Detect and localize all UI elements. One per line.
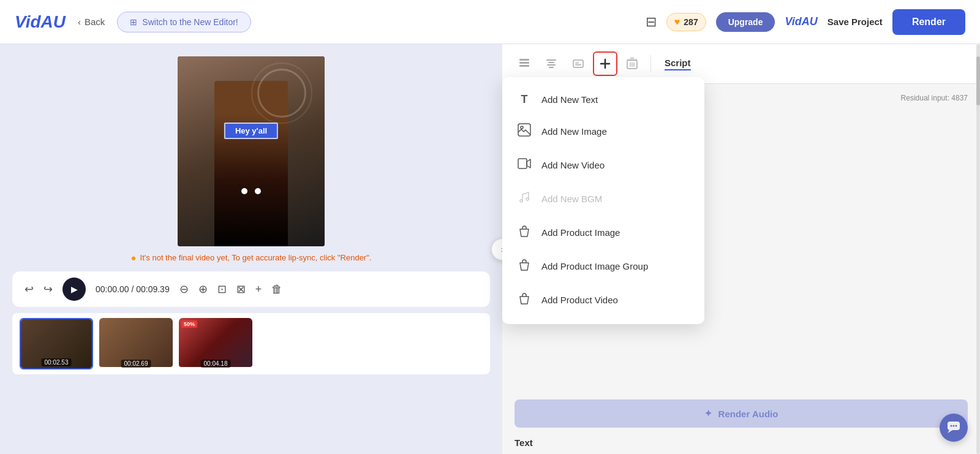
video-icon	[517, 157, 532, 173]
render-audio-label: Render Audio	[718, 409, 778, 419]
delete-clip-button[interactable]: 🗑	[271, 283, 282, 296]
switch-label: Switch to the New Editor!	[142, 17, 238, 27]
product-video-bag-icon	[517, 292, 532, 308]
menu-item-add-product-video[interactable]: Add Product Video	[502, 283, 704, 317]
timeline-track: 00:02.53 00:02.69 50% 00:04.18	[12, 313, 490, 374]
switch-icon: ⊞	[130, 17, 137, 27]
switch-editor-button[interactable]: ⊞ Switch to the New Editor!	[117, 12, 251, 32]
menu-label-add-bgm: Add New BGM	[541, 194, 602, 204]
split-button[interactable]: ⊠	[236, 282, 246, 296]
sparkle-icon: ✦	[704, 408, 712, 419]
layers-icon	[518, 58, 530, 70]
back-button[interactable]: ‹ Back	[78, 17, 105, 27]
image-icon	[517, 123, 532, 140]
add-element-button[interactable]	[593, 51, 617, 76]
product-bag-icon	[517, 224, 532, 241]
menu-label-add-video: Add New Video	[541, 160, 605, 170]
svg-point-21	[520, 200, 522, 202]
svg-point-25	[953, 425, 955, 427]
svg-rect-8	[575, 62, 579, 64]
svg-rect-7	[573, 60, 583, 67]
thumbnail-1[interactable]: 00:02.53	[20, 318, 93, 369]
align-button[interactable]	[539, 51, 564, 76]
svg-rect-1	[519, 65, 529, 67]
warning-text: It's not the final video yet, To get acc…	[140, 253, 372, 262]
heart-icon: ♥	[674, 17, 680, 28]
menu-label-add-product-image: Add Product Image	[541, 227, 620, 238]
svg-rect-2	[519, 59, 529, 61]
save-project-button[interactable]: Save Project	[827, 17, 883, 27]
time-separator: /	[131, 284, 136, 294]
menu-item-add-bgm: Add New BGM	[502, 182, 704, 216]
music-icon	[517, 191, 532, 207]
menu-item-add-video[interactable]: Add New Video	[502, 148, 704, 182]
render-audio-button[interactable]: ✦ Render Audio	[514, 399, 968, 428]
upgrade-button[interactable]: Upgrade	[716, 12, 775, 32]
script-residual: Residual input: 4837	[901, 94, 968, 102]
render-button[interactable]: Render	[892, 9, 965, 35]
menu-item-add-product-image[interactable]: Add Product Image	[502, 216, 704, 249]
menu-label-add-image: Add New Image	[541, 126, 607, 137]
total-time: 00:09.39	[136, 284, 170, 294]
svg-point-26	[956, 425, 957, 427]
warning-icon: ●	[131, 252, 137, 263]
svg-rect-20	[518, 159, 527, 168]
warning-message: ● It's not the final video yet, To get a…	[131, 252, 372, 263]
add-element-dropdown: T Add New Text Add New Image	[502, 77, 704, 324]
menu-item-add-image[interactable]: Add New Image	[502, 115, 704, 148]
svg-point-19	[521, 126, 523, 129]
main-area: Hey y'all ● It's not the final video yet…	[0, 44, 980, 454]
toolbar-divider	[650, 55, 651, 72]
chat-icon	[947, 421, 960, 434]
monitor-icon: ⊟	[646, 14, 657, 30]
svg-point-24	[951, 425, 952, 427]
svg-rect-4	[548, 62, 554, 63]
caption-icon	[572, 58, 584, 70]
caption-button[interactable]	[566, 51, 590, 76]
text-icon: T	[517, 93, 532, 106]
left-panel: Hey y'all ● It's not the final video yet…	[0, 44, 502, 454]
layers-button[interactable]	[512, 51, 537, 76]
vidau-logo-small: VidAU	[785, 15, 817, 28]
thumb-time-2: 00:02.69	[121, 360, 151, 368]
redo-button[interactable]: ↪	[43, 282, 53, 296]
add-clip-button[interactable]: +	[255, 283, 262, 296]
header-left: VidAU ‹ Back ⊞ Switch to the New Editor!	[15, 12, 251, 32]
back-chevron-icon: ‹	[78, 17, 81, 27]
menu-item-add-product-image-group[interactable]: Add Product Image Group	[502, 249, 704, 283]
svg-point-22	[526, 198, 529, 200]
right-scrollbar[interactable]	[976, 44, 980, 454]
chat-support-button[interactable]	[940, 414, 968, 442]
text-handle-right[interactable]	[255, 188, 261, 194]
render-audio-row: ✦ Render Audio	[502, 392, 980, 435]
svg-rect-0	[519, 62, 529, 64]
fit-button[interactable]: ⊡	[217, 282, 227, 296]
svg-rect-6	[549, 67, 554, 68]
right-panel: ›	[502, 44, 980, 454]
video-preview: Hey y'all	[178, 56, 325, 246]
text-section-label: Text	[502, 435, 980, 454]
zoom-out-button[interactable]: ⊖	[179, 282, 189, 296]
thumb-time-1: 00:02.53	[42, 358, 72, 366]
script-tab[interactable]: Script	[665, 58, 691, 70]
menu-item-add-text[interactable]: T Add New Text	[502, 85, 704, 115]
video-frame: Hey y'all	[178, 56, 325, 246]
svg-rect-5	[547, 64, 556, 66]
thumbnail-2[interactable]: 00:02.69	[99, 318, 173, 369]
back-label: Back	[85, 17, 105, 27]
delete-button[interactable]	[620, 51, 644, 76]
text-overlay[interactable]: Hey y'all	[224, 123, 278, 139]
menu-label-add-text: Add New Text	[541, 94, 598, 105]
timeline-controls: ↩ ↪ ▶ 00:00.00 / 00:09.39 ⊖ ⊕ ⊡ ⊠ + 🗑	[12, 271, 490, 307]
current-time: 00:00.00	[96, 284, 129, 294]
thumb-time-3: 00:04.18	[201, 360, 231, 368]
scrollbar-thumb[interactable]	[976, 56, 980, 105]
coins-badge: ♥ 287	[666, 13, 706, 31]
svg-rect-3	[546, 59, 556, 61]
undo-button[interactable]: ↩	[24, 282, 34, 296]
zoom-in-button[interactable]: ⊕	[198, 282, 208, 296]
thumbnail-3[interactable]: 50% 00:04.18	[179, 318, 252, 369]
app-logo: VidAU	[15, 12, 66, 32]
text-handle-left[interactable]	[241, 188, 247, 194]
play-button[interactable]: ▶	[62, 278, 86, 301]
